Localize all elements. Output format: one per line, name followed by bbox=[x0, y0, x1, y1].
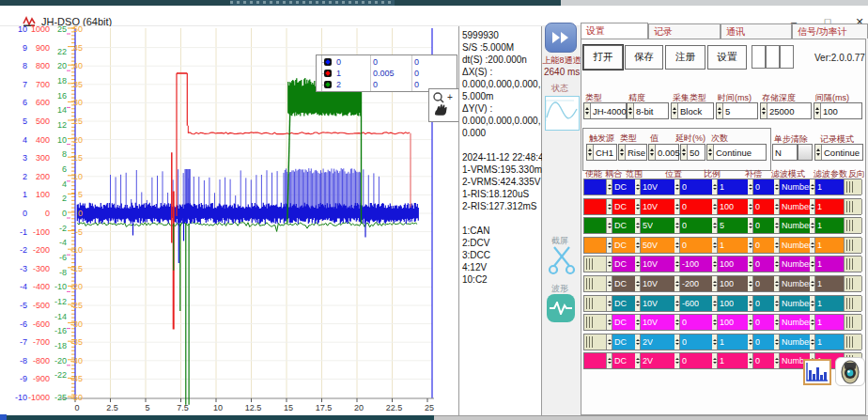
spinner-arrows[interactable] bbox=[681, 145, 688, 160]
channel-offset[interactable]: 0 bbox=[748, 315, 774, 330]
channel-position[interactable]: 0 bbox=[674, 353, 712, 368]
tab-comm[interactable]: 通讯 bbox=[721, 23, 792, 39]
enable-channels-button[interactable] bbox=[545, 23, 577, 53]
channel-filter-param[interactable]: 1 bbox=[810, 296, 834, 311]
channel-range[interactable]: 10V bbox=[635, 257, 674, 272]
channel-range[interactable]: 10V bbox=[635, 315, 674, 330]
channel-position[interactable]: 0 bbox=[674, 199, 712, 214]
trigger-field-2[interactable]: 0.0051 bbox=[648, 144, 679, 161]
channel-invert-toggle[interactable] bbox=[844, 276, 862, 291]
acq-field-1[interactable]: 8-bit bbox=[627, 102, 669, 119]
channel-position[interactable]: 0 bbox=[674, 315, 712, 330]
channel-scale[interactable]: 100 bbox=[712, 296, 748, 311]
channel-scale[interactable]: 100 bbox=[712, 257, 748, 272]
tab-settings[interactable]: 设置 bbox=[581, 23, 648, 39]
channel-invert-toggle[interactable] bbox=[844, 218, 862, 233]
channel-invert-toggle[interactable] bbox=[844, 257, 862, 272]
channel-filter-param[interactable]: 1 bbox=[810, 199, 834, 214]
channel-invert-toggle[interactable] bbox=[844, 238, 862, 253]
channel-filter-param[interactable]: 1 bbox=[810, 257, 834, 272]
channel-offset[interactable]: 0 bbox=[748, 276, 774, 291]
channel-invert-toggle[interactable] bbox=[844, 199, 862, 214]
channel-offset[interactable]: 0 bbox=[748, 334, 774, 350]
channel-offset[interactable]: 0 bbox=[748, 199, 774, 214]
channel-position[interactable]: -600 bbox=[674, 296, 712, 311]
channel-offset[interactable]: 0 bbox=[748, 179, 774, 194]
channel-enable-toggle[interactable] bbox=[584, 334, 607, 350]
channel-invert-toggle[interactable] bbox=[844, 296, 862, 311]
channel-enable-toggle[interactable] bbox=[584, 257, 607, 272]
channel-position[interactable]: -100 bbox=[674, 257, 712, 272]
channel-scale[interactable]: 1 bbox=[712, 334, 748, 350]
camera-button[interactable] bbox=[835, 357, 865, 386]
trigger-field-3[interactable]: 50 bbox=[680, 144, 705, 161]
channel-filter-mode[interactable]: Number bbox=[774, 179, 810, 194]
spinner-arrows[interactable] bbox=[707, 145, 714, 160]
tab-record[interactable]: 记录 bbox=[648, 23, 721, 39]
channel-coupling[interactable]: DC bbox=[607, 218, 635, 233]
channel-filter-mode[interactable]: Number bbox=[774, 296, 810, 311]
channel-enable-toggle[interactable] bbox=[584, 296, 607, 311]
channel-filter-mode[interactable]: Number bbox=[774, 199, 810, 214]
spinner-arrows[interactable] bbox=[717, 103, 723, 118]
channel-filter-param[interactable]: 1 bbox=[810, 179, 834, 194]
channel-coupling[interactable]: DC bbox=[607, 353, 635, 368]
channel-offset[interactable]: 0 bbox=[748, 353, 774, 368]
channel-offset[interactable]: 0 bbox=[748, 296, 774, 311]
channel-offset[interactable]: 0 bbox=[748, 238, 774, 253]
channel-scale[interactable]: 1 bbox=[712, 353, 748, 368]
waveform-button[interactable] bbox=[547, 294, 575, 322]
spinner-arrows[interactable] bbox=[672, 103, 678, 118]
channel-range[interactable]: 2V bbox=[635, 353, 674, 368]
trigger-field-1[interactable]: Rise bbox=[618, 144, 647, 161]
channel-filter-mode[interactable]: Number bbox=[774, 218, 810, 233]
tab-signal-power[interactable]: 信号/功率计 bbox=[792, 23, 868, 39]
channel-scale[interactable]: 1 bbox=[712, 238, 748, 253]
open-button[interactable]: 打开 bbox=[583, 45, 623, 70]
channel-filter-mode[interactable]: Number bbox=[774, 334, 810, 350]
channel-filter-param[interactable]: 1 bbox=[810, 238, 834, 253]
acq-field-2[interactable]: Block bbox=[671, 102, 714, 119]
spinner-arrows[interactable] bbox=[649, 145, 656, 160]
channel-enable-toggle[interactable] bbox=[584, 199, 607, 214]
spinner-arrows[interactable] bbox=[815, 145, 822, 160]
channel-invert-toggle[interactable] bbox=[844, 179, 862, 194]
channel-filter-param[interactable]: 1 bbox=[810, 218, 834, 233]
channel-offset[interactable]: 0 bbox=[748, 257, 774, 272]
record-mode-field[interactable]: Continue bbox=[814, 144, 863, 161]
channel-enable-toggle[interactable] bbox=[584, 315, 607, 330]
channel-range[interactable]: 50V bbox=[635, 238, 674, 253]
channel-coupling[interactable]: DC bbox=[607, 276, 635, 291]
channel-position[interactable]: -200 bbox=[674, 276, 712, 291]
spinner-arrows[interactable] bbox=[584, 103, 591, 118]
channel-coupling[interactable]: DC bbox=[607, 179, 635, 194]
channel-range[interactable]: 10V bbox=[635, 179, 674, 194]
channel-range[interactable]: 10V bbox=[635, 276, 674, 291]
trigger-field-0[interactable]: CH1 bbox=[586, 144, 617, 161]
channel-invert-toggle[interactable] bbox=[844, 315, 862, 330]
channel-scale[interactable]: 100 bbox=[712, 315, 748, 330]
channel-position[interactable]: 0 bbox=[674, 218, 712, 233]
channel-filter-mode[interactable]: Number bbox=[774, 238, 810, 253]
screenshot-button[interactable] bbox=[548, 245, 576, 279]
channel-position[interactable]: 0 bbox=[674, 238, 712, 253]
register-button[interactable]: 注册 bbox=[665, 45, 705, 70]
channel-filter-param[interactable]: 1 bbox=[810, 315, 834, 330]
channel-filter-mode[interactable]: Number bbox=[774, 315, 810, 330]
channel-enable-toggle[interactable] bbox=[584, 238, 607, 253]
single-clear-field[interactable]: N bbox=[772, 144, 798, 161]
channel-enable-toggle[interactable] bbox=[584, 276, 607, 291]
channel-range[interactable]: 2V bbox=[635, 334, 674, 350]
save-button[interactable]: 保存 bbox=[625, 45, 663, 70]
spinner-arrows[interactable] bbox=[761, 103, 767, 118]
channel-coupling[interactable]: DC bbox=[607, 257, 635, 272]
channel-coupling[interactable]: DC bbox=[607, 334, 635, 350]
channel-scale[interactable]: 1 bbox=[712, 179, 748, 194]
channel-scale[interactable]: 100 bbox=[712, 199, 748, 214]
channel-filter-param[interactable]: 1 bbox=[810, 334, 834, 350]
channel-filter-mode[interactable]: Number bbox=[774, 257, 810, 272]
channel-coupling[interactable]: DC bbox=[607, 315, 635, 330]
acq-field-4[interactable]: 25000 bbox=[760, 102, 812, 119]
channel-position[interactable]: 0 bbox=[674, 334, 712, 350]
channel-enable-toggle[interactable] bbox=[584, 218, 607, 233]
